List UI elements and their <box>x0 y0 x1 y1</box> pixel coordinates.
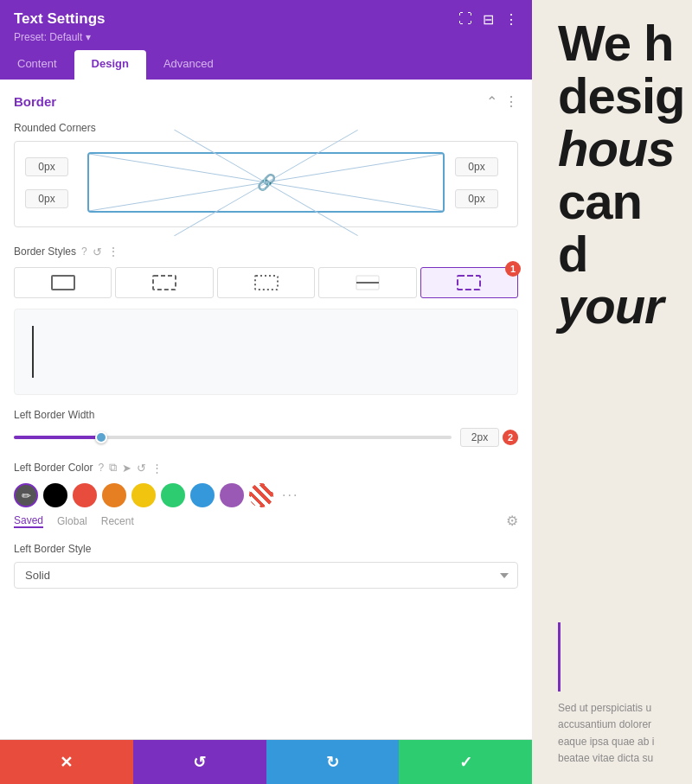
left-border-color-label: Left Border Color <box>14 462 93 474</box>
left-border-style-field: Left Border Style Solid Dashed Dotted Do… <box>14 543 518 589</box>
color-extras: ··· <box>282 488 298 503</box>
pencil-icon: ✏ <box>22 489 31 502</box>
border-styles-reset-icon[interactable]: ↺ <box>93 245 102 258</box>
panel-title: Text Settings <box>14 10 105 28</box>
section-header-icons: ⌃ ⋮ <box>486 93 518 110</box>
panel-content: Border ⌃ ⋮ Rounded Corners 0px 🔗 0px <box>0 80 532 739</box>
svg-rect-3 <box>153 276 176 290</box>
preview-area: We h desig hous can d your Sed ut perspi… <box>532 0 692 784</box>
border-styles-header: Border Styles ? ↺ ⋮ <box>14 245 518 258</box>
color-swatch-purple[interactable] <box>220 483 244 507</box>
color-swatch-orange[interactable] <box>102 483 126 507</box>
preview-line4: can d <box>558 173 642 282</box>
tab-design[interactable]: Design <box>74 50 146 80</box>
reset-button[interactable]: ↺ <box>133 740 266 784</box>
color-help-icon[interactable]: ? <box>98 462 104 474</box>
resize-icon[interactable]: ⛶ <box>458 11 472 27</box>
color-swatch-red[interactable] <box>73 483 97 507</box>
corner-top-left-input[interactable]: 0px <box>25 157 68 176</box>
preview-body: Sed ut perspiciatis u accusantium dolore… <box>558 614 675 767</box>
link-icon[interactable]: 🔗 <box>257 173 276 192</box>
border-width-value-box: 2px 2 <box>460 428 518 447</box>
corner-preview-box: 🔗 <box>87 152 445 213</box>
svg-rect-2 <box>52 276 74 290</box>
color-more-icon[interactable]: ⋮ <box>151 462 163 475</box>
color-swatch-yellow[interactable] <box>131 483 156 507</box>
color-copy-icon[interactable]: ⧉ <box>109 461 117 475</box>
collapse-icon[interactable]: ⌃ <box>486 93 497 110</box>
border-solid-icon <box>50 272 76 293</box>
border-width-slider-track[interactable] <box>14 436 452 439</box>
preview-line2: desig <box>558 67 685 124</box>
preview-line5: your <box>558 277 663 334</box>
border-style-custom-btn[interactable]: 1 <box>420 267 518 298</box>
color-tab-global[interactable]: Global <box>57 515 87 527</box>
border-styles-help-icon[interactable]: ? <box>81 245 87 258</box>
tab-advanced[interactable]: Advanced <box>146 50 231 80</box>
preview-divider <box>558 622 561 692</box>
rounded-corners-widget: 0px 🔗 0px 0px 0px <box>14 141 518 227</box>
border-dotted-icon <box>253 272 279 293</box>
border-styles-more-icon[interactable]: ⋮ <box>107 245 119 258</box>
border-width-value[interactable]: 2px <box>460 428 499 447</box>
border-style-options: 1 <box>14 267 518 298</box>
border-section-header: Border ⌃ ⋮ <box>14 93 518 110</box>
border-styles-label: Border Styles <box>14 245 76 258</box>
preview-body-text: Sed ut perspiciatis u accusantium dolore… <box>558 700 675 767</box>
menu-icon[interactable]: ⋮ <box>504 11 518 28</box>
preset-selector[interactable]: Preset: Default <box>14 31 518 43</box>
border-width-slider-fill <box>14 436 101 439</box>
corner-bottom-right-input[interactable]: 0px <box>455 189 498 208</box>
corner-top-right-input[interactable]: 0px <box>455 157 498 176</box>
rounded-corners-label: Rounded Corners <box>14 122 518 134</box>
color-arrow-icon[interactable]: ➤ <box>122 462 131 475</box>
border-style-solid-btn[interactable] <box>14 267 112 298</box>
border-style-dashed-btn[interactable] <box>115 267 213 298</box>
color-swatch-black[interactable] <box>43 483 67 507</box>
section-settings-icon[interactable]: ⋮ <box>504 93 518 110</box>
color-picker-swatch[interactable]: ✏ <box>14 483 38 507</box>
more-colors-icon[interactable]: ··· <box>282 488 298 503</box>
color-settings-icon[interactable]: ⚙ <box>506 513 518 529</box>
left-border-style-select[interactable]: Solid Dashed Dotted Double Groove Ridge … <box>14 562 518 589</box>
border-preview <box>14 309 518 395</box>
color-tabs-row: Saved Global Recent ⚙ <box>14 513 518 529</box>
cancel-button[interactable]: ✕ <box>0 740 133 784</box>
border-preview-line <box>32 326 34 378</box>
corner-bottom-left-input[interactable]: 0px <box>25 189 68 208</box>
svg-rect-4 <box>255 276 278 290</box>
save-button[interactable]: ✓ <box>399 740 532 784</box>
border-dashed-icon <box>151 272 177 293</box>
left-border-style-label: Left Border Style <box>14 543 518 555</box>
settings-panel: Text Settings ⛶ ⊟ ⋮ Preset: Default Cont… <box>0 0 532 784</box>
left-border-color-header: Left Border Color ? ⧉ ➤ ↺ ⋮ <box>14 461 518 475</box>
color-tab-recent[interactable]: Recent <box>101 515 134 527</box>
color-swatches: ✏ ··· <box>14 483 518 507</box>
preview-title-text: We h desig hous can d your <box>558 17 675 333</box>
preview-title: We h desig hous can d your <box>558 17 675 333</box>
tab-content[interactable]: Content <box>0 50 74 80</box>
section-title-border: Border <box>14 94 56 109</box>
preview-line1: We h <box>558 15 674 71</box>
header-icons: ⛶ ⊟ ⋮ <box>458 11 518 28</box>
color-swatch-blue[interactable] <box>190 483 215 507</box>
color-tab-saved[interactable]: Saved <box>14 514 43 528</box>
tab-bar: Content Design Advanced <box>0 50 532 80</box>
border-custom-icon <box>456 272 482 293</box>
redo-button[interactable]: ↻ <box>266 740 400 784</box>
color-reset-icon[interactable]: ↺ <box>137 462 146 475</box>
color-swatch-striped[interactable] <box>249 483 273 507</box>
columns-icon[interactable]: ⊟ <box>483 11 494 28</box>
border-style-dotted-btn[interactable] <box>217 267 315 298</box>
border-single-icon <box>355 272 381 293</box>
border-styles-badge: 1 <box>505 261 521 277</box>
panel-footer: ✕ ↺ ↻ ✓ <box>0 739 532 784</box>
color-swatch-green[interactable] <box>161 483 185 507</box>
border-width-badge: 2 <box>503 430 518 445</box>
panel-header: Text Settings ⛶ ⊟ ⋮ Preset: Default <box>0 0 532 50</box>
border-style-single-btn[interactable] <box>318 267 416 298</box>
left-border-width-slider-row: 2px 2 <box>14 428 518 447</box>
svg-rect-7 <box>458 276 480 290</box>
border-width-slider-thumb[interactable] <box>95 431 107 443</box>
preview-line3: hous <box>558 120 675 176</box>
